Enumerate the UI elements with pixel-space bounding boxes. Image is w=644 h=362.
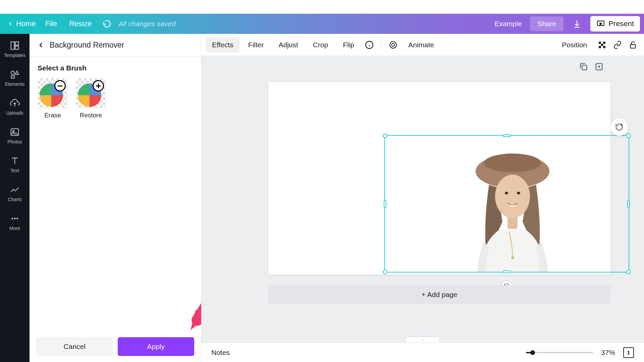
present-label: Present: [608, 19, 634, 28]
text-icon: [10, 156, 20, 166]
present-button[interactable]: Present: [590, 16, 640, 32]
brush-erase-option[interactable]: Erase: [38, 78, 68, 119]
svg-rect-24: [599, 46, 601, 48]
canvas-page[interactable]: [268, 82, 610, 275]
cancel-button[interactable]: Cancel: [36, 337, 113, 356]
zoom-slider[interactable]: [526, 352, 593, 353]
link-icon: [613, 41, 622, 49]
info-button[interactable]: [363, 39, 376, 51]
effects-button[interactable]: Effects: [206, 38, 239, 52]
resize-handle-tr[interactable]: [626, 133, 631, 138]
svg-point-19: [390, 42, 396, 48]
elements-icon: [10, 69, 20, 79]
sidebar-item-templates[interactable]: Templates: [0, 39, 30, 60]
panel-header: Background Remover: [30, 34, 201, 57]
resize-handle-br[interactable]: [626, 269, 631, 274]
erase-label: Erase: [44, 112, 61, 119]
resize-menu[interactable]: Resize: [63, 17, 98, 30]
svg-point-35: [517, 192, 520, 194]
lock-icon: [629, 41, 637, 49]
add-page-icon-button[interactable]: [594, 62, 604, 71]
save-status: All changes saved: [118, 20, 175, 28]
resize-handle-bl[interactable]: [383, 269, 387, 274]
canvas-viewport[interactable]: + Add page: [201, 56, 644, 343]
svg-point-37: [621, 124, 622, 125]
sidebar-item-label: Charts: [8, 197, 21, 202]
home-label: Home: [16, 19, 36, 28]
animate-button[interactable]: Animate: [402, 38, 440, 52]
svg-rect-2: [11, 42, 14, 50]
filter-button[interactable]: Filter: [242, 38, 270, 52]
svg-marker-6: [15, 71, 18, 74]
resize-handle-tl[interactable]: [383, 133, 387, 138]
svg-point-32: [484, 154, 541, 172]
transparency-button[interactable]: [596, 39, 608, 51]
zoom-percent[interactable]: 37%: [601, 349, 615, 357]
svg-point-12: [14, 218, 16, 220]
info-icon: [365, 41, 374, 49]
sidebar-item-charts[interactable]: Charts: [0, 183, 30, 204]
comment-fab[interactable]: [610, 118, 628, 136]
crop-button[interactable]: Crop: [307, 38, 334, 52]
sidebar-item-uploads[interactable]: Uploads: [0, 96, 30, 118]
svg-point-33: [495, 175, 530, 218]
svg-marker-1: [600, 23, 602, 25]
lock-button[interactable]: [627, 39, 639, 51]
position-button[interactable]: Position: [556, 38, 593, 52]
selection-box[interactable]: [384, 135, 629, 273]
editor-sidebar: Templates Elements Uploads Photos Text C…: [0, 34, 30, 362]
home-button[interactable]: Home: [4, 17, 39, 30]
top-bar: Home File Resize All changes saved Examp…: [0, 14, 644, 34]
duplicate-page-button[interactable]: [579, 62, 588, 71]
uploads-icon: [10, 98, 20, 108]
svg-point-10: [13, 130, 14, 132]
templates-icon: [10, 41, 20, 51]
zoom-slider-thumb[interactable]: [530, 350, 535, 355]
document-title[interactable]: Example: [494, 20, 522, 28]
background-remover-panel: Background Remover Select a Brush Erase: [30, 34, 201, 362]
back-button[interactable]: [37, 41, 45, 49]
sidebar-item-label: Uploads: [6, 110, 23, 116]
animate-icon-button[interactable]: [387, 39, 399, 51]
link-button[interactable]: [611, 39, 624, 51]
svg-point-13: [16, 218, 18, 220]
sidebar-item-photos[interactable]: Photos: [0, 125, 30, 146]
file-menu[interactable]: File: [39, 17, 63, 30]
svg-rect-23: [601, 44, 603, 46]
notes-button[interactable]: Notes: [211, 349, 230, 357]
expand-handle[interactable]: [406, 337, 439, 343]
download-button[interactable]: [569, 19, 585, 28]
restore-label: Restore: [80, 112, 102, 119]
apply-button[interactable]: Apply: [118, 337, 195, 356]
share-button[interactable]: Share: [530, 16, 564, 31]
photos-icon: [10, 127, 20, 137]
canvas-area: Effects Filter Adjust Crop Flip Animate …: [201, 34, 644, 362]
sidebar-item-more[interactable]: More: [0, 212, 30, 233]
plus-icon: [93, 80, 104, 92]
undo-button[interactable]: [102, 19, 112, 28]
add-page-button[interactable]: + Add page: [268, 285, 610, 304]
svg-rect-7: [11, 76, 14, 78]
sidebar-item-elements[interactable]: Elements: [0, 67, 30, 89]
svg-rect-26: [630, 44, 635, 48]
sidebar-item-label: More: [9, 226, 20, 231]
page-indicator[interactable]: 1: [623, 347, 634, 358]
sidebar-item-text[interactable]: Text: [0, 154, 30, 175]
svg-rect-21: [599, 42, 601, 44]
sidebar-item-label: Text: [10, 168, 19, 173]
resize-handle-left[interactable]: [384, 200, 386, 208]
sidebar-item-label: Elements: [5, 81, 24, 87]
chevron-up-icon: [420, 338, 425, 342]
sidebar-item-label: Templates: [4, 53, 25, 58]
charts-icon: [10, 185, 20, 195]
resize-handle-bottom[interactable]: [503, 270, 511, 273]
svg-point-36: [511, 256, 514, 259]
adjust-button[interactable]: Adjust: [272, 38, 304, 52]
svg-rect-25: [603, 46, 605, 48]
resize-handle-top[interactable]: [503, 134, 511, 137]
selected-image[interactable]: [452, 138, 566, 272]
brush-restore-option[interactable]: Restore: [76, 78, 106, 119]
flip-button[interactable]: Flip: [337, 38, 360, 52]
resize-handle-right[interactable]: [627, 200, 630, 208]
undo-icon: [103, 19, 111, 28]
